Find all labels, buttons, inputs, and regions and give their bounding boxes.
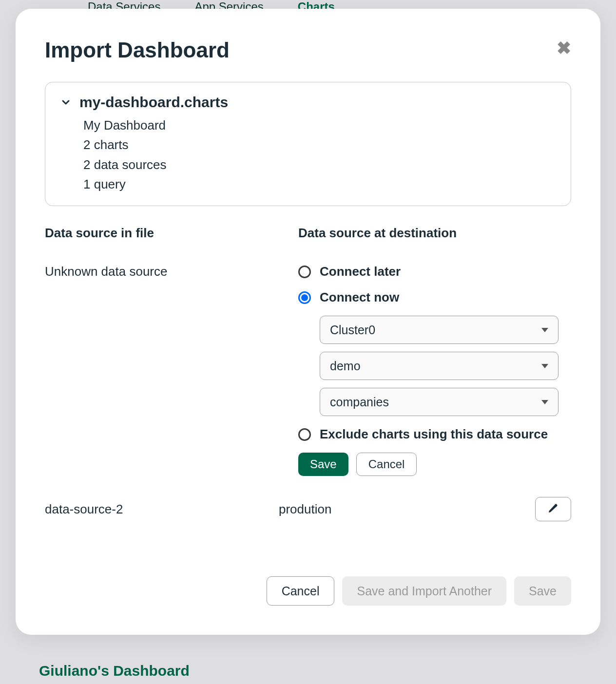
- import-filename: my-dashboard.charts: [79, 94, 228, 111]
- import-dashboard-modal: ✖ Import Dashboard my-dashboard.charts M…: [16, 9, 600, 635]
- modal-title: Import Dashboard: [45, 38, 571, 62]
- radio-connect-later[interactable]: [298, 266, 311, 278]
- source1-save-button[interactable]: Save: [298, 453, 348, 476]
- radio-exclude-row[interactable]: Exclude charts using this data source: [298, 427, 571, 442]
- source1-file-label: Unknown data source: [45, 264, 279, 279]
- radio-connect-now-row[interactable]: Connect now: [298, 290, 571, 305]
- file-charts-count: 2 charts: [83, 135, 557, 154]
- source2-destination: prodution: [279, 502, 535, 517]
- select-cluster-value: Cluster0: [330, 323, 375, 337]
- select-database-value: demo: [330, 359, 361, 373]
- select-collection-value: companies: [330, 395, 389, 409]
- select-collection[interactable]: companies: [320, 388, 558, 416]
- radio-connect-now-label: Connect now: [320, 290, 399, 305]
- radio-exclude[interactable]: [298, 428, 311, 441]
- caret-down-icon: [541, 328, 548, 332]
- col-header-file: Data source in file: [45, 226, 279, 241]
- file-data-sources-count: 2 data sources: [83, 155, 557, 174]
- caret-down-icon: [541, 400, 548, 404]
- pencil-icon: [547, 502, 559, 516]
- col-header-destination: Data source at destination: [298, 226, 571, 241]
- caret-down-icon: [541, 364, 548, 368]
- footer-cancel-button[interactable]: Cancel: [267, 576, 335, 606]
- radio-connect-later-row[interactable]: Connect later: [298, 264, 571, 279]
- radio-connect-now[interactable]: [298, 291, 311, 304]
- source1-cancel-button[interactable]: Cancel: [356, 453, 417, 476]
- file-header[interactable]: my-dashboard.charts: [59, 94, 557, 111]
- radio-connect-later-label: Connect later: [320, 264, 401, 279]
- footer-save-another-button[interactable]: Save and Import Another: [342, 576, 506, 606]
- select-database[interactable]: demo: [320, 352, 558, 380]
- radio-exclude-label: Exclude charts using this data source: [320, 427, 548, 442]
- file-query-count: 1 query: [83, 174, 557, 194]
- source2-file-label: data-source-2: [45, 502, 279, 517]
- select-cluster[interactable]: Cluster0: [320, 316, 558, 344]
- source2-edit-button[interactable]: [535, 497, 571, 521]
- file-dashboard-name: My Dashboard: [83, 115, 557, 135]
- source2-row: data-source-2 prodution: [45, 495, 571, 523]
- footer-save-button[interactable]: Save: [514, 576, 571, 606]
- close-icon[interactable]: ✖: [557, 38, 571, 58]
- import-file-summary: my-dashboard.charts My Dashboard 2 chart…: [45, 82, 571, 206]
- chevron-down-icon: [59, 95, 73, 109]
